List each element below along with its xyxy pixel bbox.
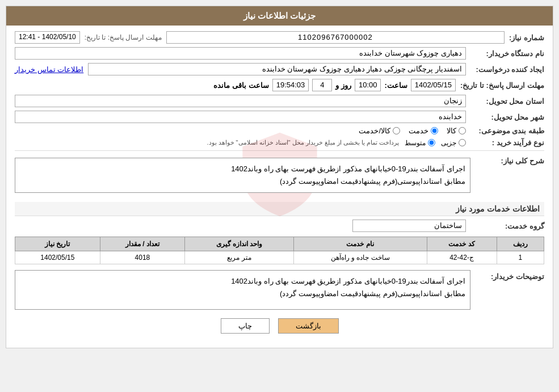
time-label: ساعت: (384, 81, 407, 90)
services-table: ردیف کد خدمت نام خدمت واحد اندازه گیری ت… (15, 237, 544, 264)
province-value: زنجان (15, 95, 466, 107)
announce-date-value: 1402/05/10 - 12:41 (15, 31, 80, 44)
remaining-label: ساعت باقی مانده (213, 81, 268, 90)
col-need-date: تاریخ نیاز (15, 237, 100, 251)
print-button[interactable]: چاپ (221, 318, 270, 334)
col-service-name: نام خدمت (293, 237, 427, 251)
radio-khadamat-label: خدمت (409, 127, 428, 135)
radio-kala-khadamat: کالا/خدمت (359, 127, 400, 135)
radio-khadamat: خدمت (409, 127, 438, 135)
reply-remaining: 19:54:03 (272, 79, 309, 91)
contact-link[interactable]: اطلاعات تماس خریدار (15, 65, 83, 74)
services-section-title: اطلاعات خدمات مورد نیاز (15, 202, 544, 216)
radio-motavaset-input[interactable] (428, 139, 435, 146)
reply-date: 1402/05/15 (411, 79, 456, 91)
back-button[interactable]: بازگشت (278, 318, 339, 334)
radio-kala-khadamat-input[interactable] (393, 127, 400, 134)
process-note: پرداخت تمام یا بخشی از مبلغ خریدار محل "… (207, 139, 399, 146)
buyer-org-label: نام دستگاه خریدار: (470, 49, 544, 58)
radio-jazei: جزیی (441, 139, 466, 147)
buyer-desc-line2: مطابق استانداپیوستی(فرم پیشنهادقیمت امضا… (280, 289, 465, 298)
radio-motavaset-label: متوسط (405, 139, 426, 147)
province-label: استان محل تحویل: (470, 97, 544, 106)
reply-days: 4 (312, 79, 332, 91)
radio-kala-label: کالا (447, 127, 456, 135)
buyer-org-value: دهیاری چوزوک شهرستان خدابنده (15, 47, 466, 60)
reply-time: 10:00 (355, 79, 381, 91)
need-desc-line1: اجرای آسفالت بندر19-0خیابانهای مذکور ازط… (231, 165, 465, 173)
process-label: نوع فرآیند خرید : (470, 138, 544, 147)
radio-khadamat-input[interactable] (431, 127, 438, 134)
cell-row-num: 1 (497, 251, 544, 264)
radio-jazei-input[interactable] (459, 139, 466, 146)
radio-kala-input[interactable] (459, 127, 466, 134)
buyer-desc-label: توضیحات خریدار: (470, 272, 544, 281)
col-quantity: تعداد / مقدار (100, 237, 185, 251)
radio-kala: کالا (447, 127, 466, 135)
radio-kala-khadamat-label: کالا/خدمت (359, 127, 390, 135)
service-group-value: ساختمان (352, 220, 466, 232)
days-label: روز و (335, 81, 351, 90)
city-value: خدابنده (15, 111, 466, 123)
page-title: جزئیات اطلاعات نیاز (243, 11, 316, 20)
cell-unit: متر مربع (185, 251, 294, 264)
col-unit: واحد اندازه گیری (185, 237, 294, 251)
need-desc-line2: مطابق استانداپیوستی(فرم پیشنهادقیمت امضا… (280, 177, 465, 186)
requester-label: ایجاد کننده درخواست: (470, 65, 544, 74)
cell-need-date: 1402/05/15 (15, 251, 100, 264)
need-number-value: 1102096767000002 (166, 31, 505, 44)
radio-motavaset: متوسط (405, 139, 435, 147)
city-label: شهر محل تحویل: (470, 113, 544, 121)
category-label: طبقه بندی موضوعی: (470, 127, 544, 135)
action-buttons: بازگشت چاپ (15, 318, 544, 334)
buyer-desc-box: اجرای آسفالت بندر19-0خیابانهای مذکور ازط… (15, 270, 470, 310)
requester-value: اسفندیار پرچگانی چوزکی دهیار دهیاری چوزو… (88, 63, 466, 75)
need-desc-label: شرح کلی نیاز: (470, 157, 544, 165)
need-number-label: شماره نیاز: (509, 33, 544, 42)
table-row: 1 ج-42-42 ساخت جاده و راه‌آهن متر مربع 4… (15, 251, 544, 264)
radio-jazei-label: جزیی (441, 139, 456, 147)
col-row-num: ردیف (497, 237, 544, 251)
cell-service-name: ساخت جاده و راه‌آهن (293, 251, 427, 264)
announce-date-label: مهلت ارسال پاسخ: تا تاریخ: (85, 33, 162, 41)
buyer-desc-line1: اجرای آسفالت بندر19-0خیابانهای مذکور ازط… (231, 277, 465, 285)
col-service-code: کد خدمت (427, 237, 497, 251)
service-group-label: گروه خدمت: (470, 222, 544, 230)
cell-service-code: ج-42-42 (427, 251, 497, 264)
page-header: جزئیات اطلاعات نیاز (6, 6, 553, 26)
need-desc-box: اجرای آسفالت بندر19-0خیابانهای مذکور ازط… (15, 158, 470, 193)
cell-quantity: 4018 (100, 251, 185, 264)
reply-deadline-label: مهلت ارسال پاسخ: تا تاریخ: (460, 81, 544, 90)
